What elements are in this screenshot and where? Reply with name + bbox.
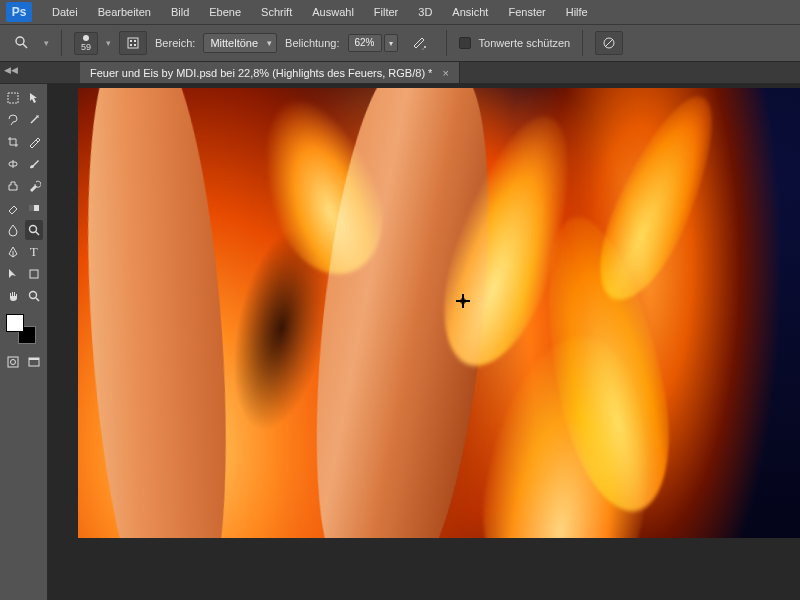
menu-type[interactable]: Schrift: [251, 2, 302, 22]
menu-window[interactable]: Fenster: [498, 2, 555, 22]
hand-tool[interactable]: [4, 286, 23, 306]
svg-point-21: [11, 360, 16, 365]
tools-panel: T: [0, 84, 48, 600]
menu-filter[interactable]: Filter: [364, 2, 408, 22]
protect-tones-checkbox[interactable]: [459, 37, 471, 49]
menu-bar: Ps Datei Bearbeiten Bild Ebene Schrift A…: [0, 0, 800, 24]
panel-collapse-icon[interactable]: ◀◀: [4, 65, 18, 75]
clone-tool[interactable]: [4, 176, 23, 196]
svg-rect-14: [29, 205, 34, 211]
foreground-color-swatch[interactable]: [6, 314, 24, 332]
type-tool[interactable]: T: [25, 242, 44, 262]
healing-tool[interactable]: [4, 154, 23, 174]
app-logo[interactable]: Ps: [6, 2, 32, 22]
svg-rect-2: [128, 38, 138, 48]
svg-point-0: [16, 37, 24, 45]
menu-file[interactable]: Datei: [42, 2, 88, 22]
svg-rect-20: [8, 357, 18, 367]
dodge-tool[interactable]: [25, 220, 44, 240]
exposure-label: Belichtung:: [285, 37, 339, 49]
eraser-tool[interactable]: [4, 198, 23, 218]
brush-size-picker[interactable]: 59: [74, 32, 98, 55]
svg-point-18: [29, 292, 36, 299]
eyedropper-tool[interactable]: [25, 132, 44, 152]
rectangle-tool[interactable]: [25, 264, 44, 284]
svg-line-1: [23, 44, 27, 48]
lasso-tool[interactable]: [4, 110, 23, 130]
svg-line-19: [36, 298, 39, 301]
separator: [582, 30, 583, 56]
range-select-value: Mitteltöne: [210, 37, 258, 49]
svg-rect-6: [134, 44, 136, 46]
tool-preset-icon[interactable]: [8, 31, 36, 55]
range-select[interactable]: Mitteltöne: [203, 33, 277, 53]
menu-help[interactable]: Hilfe: [556, 2, 598, 22]
svg-rect-5: [130, 44, 132, 46]
svg-rect-3: [130, 40, 132, 42]
document-tab-title: Feuer und Eis by MDI.psd bei 22,8% (High…: [90, 67, 432, 79]
menu-view[interactable]: Ansicht: [442, 2, 498, 22]
svg-rect-17: [30, 270, 38, 278]
magic-wand-tool[interactable]: [25, 110, 44, 130]
document-tab[interactable]: Feuer und Eis by MDI.psd bei 22,8% (High…: [80, 62, 460, 83]
svg-point-8: [422, 48, 423, 49]
brush-panel-toggle-icon[interactable]: [119, 31, 147, 55]
document-tab-strip: ◀◀ Feuer und Eis by MDI.psd bei 22,8% (H…: [0, 62, 800, 84]
menu-edit[interactable]: Bearbeiten: [88, 2, 161, 22]
crop-tool[interactable]: [4, 132, 23, 152]
marquee-tool[interactable]: [4, 88, 23, 108]
range-label: Bereich:: [155, 37, 195, 49]
protect-tones-label: Tonwerte schützen: [479, 37, 571, 49]
svg-rect-4: [134, 40, 136, 42]
svg-rect-23: [29, 358, 39, 360]
pen-tool[interactable]: [4, 242, 23, 262]
options-bar: ▾ 59 ▾ Bereich: Mitteltöne Belichtung: 6…: [0, 24, 800, 62]
airbrush-toggle-icon[interactable]: [406, 31, 434, 55]
separator: [61, 30, 62, 56]
svg-rect-10: [8, 93, 18, 103]
main-area: T: [0, 84, 800, 600]
menu-image[interactable]: Bild: [161, 2, 199, 22]
svg-point-15: [29, 226, 36, 233]
exposure-input[interactable]: 62%: [348, 34, 382, 52]
svg-line-16: [35, 232, 39, 236]
close-tab-icon[interactable]: ×: [442, 67, 448, 79]
exposure-drop-icon[interactable]: ▾: [384, 34, 398, 52]
brush-dot-icon: [83, 35, 89, 41]
brush-size-drop-icon[interactable]: ▾: [106, 38, 111, 48]
move-tool[interactable]: [25, 88, 44, 108]
menu-3d[interactable]: 3D: [408, 2, 442, 22]
brush-size-value: 59: [81, 42, 91, 52]
document-canvas[interactable]: [78, 88, 800, 538]
zoom-tool[interactable]: [25, 286, 44, 306]
color-swatches: [4, 314, 43, 348]
history-brush-tool[interactable]: [25, 176, 44, 196]
blur-tool[interactable]: [4, 220, 23, 240]
screen-mode-icon[interactable]: [25, 352, 44, 372]
canvas-viewport[interactable]: [48, 84, 800, 600]
separator: [446, 30, 447, 56]
gradient-tool[interactable]: [25, 198, 44, 218]
quick-mask-icon[interactable]: [4, 352, 23, 372]
brush-tool[interactable]: [25, 154, 44, 174]
svg-point-7: [424, 46, 426, 48]
tablet-pressure-icon[interactable]: [595, 31, 623, 55]
menu-select[interactable]: Auswahl: [302, 2, 364, 22]
path-select-tool[interactable]: [4, 264, 23, 284]
menu-layer[interactable]: Ebene: [199, 2, 251, 22]
tool-preset-drop-icon[interactable]: ▾: [44, 38, 49, 48]
